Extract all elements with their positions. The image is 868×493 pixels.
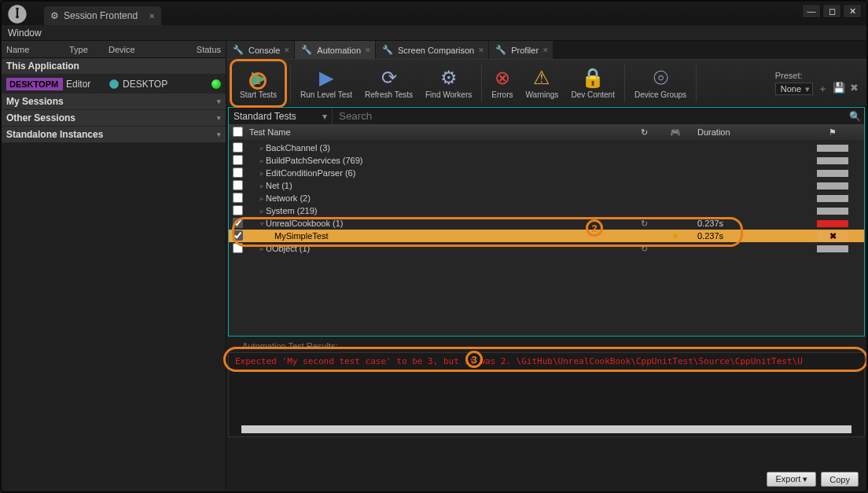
- close-icon[interactable]: ✕: [542, 46, 549, 54]
- row-checkbox[interactable]: [233, 180, 243, 190]
- export-button[interactable]: Export ▾: [767, 472, 816, 487]
- play-icon: ▶: [319, 67, 333, 89]
- search-input[interactable]: [333, 108, 845, 124]
- results-title: Automation Test Results:: [228, 341, 865, 351]
- col-status[interactable]: Status: [175, 45, 226, 54]
- section-standalone[interactable]: Standalone Instances ▾: [2, 127, 226, 143]
- refresh-tests-button[interactable]: ⟳ Refresh Tests: [359, 61, 419, 105]
- section-my-sessions[interactable]: My Sessions ▾: [2, 94, 226, 110]
- expand-icon[interactable]: ▹: [260, 195, 263, 202]
- tab-console[interactable]: 🔧 Console ✕: [226, 41, 295, 59]
- row-status: ✖: [801, 231, 864, 241]
- find-workers-button[interactable]: ⚙ Find Workers: [419, 61, 478, 105]
- col-duration[interactable]: Duration: [691, 127, 801, 137]
- row-label: System (219): [266, 206, 317, 215]
- results-panel[interactable]: Expected 'My second test case' to be 3, …: [228, 352, 865, 437]
- wrench-icon: 🔧: [233, 45, 244, 55]
- test-row[interactable]: ▹Network (2): [229, 192, 864, 204]
- close-icon[interactable]: ✕: [365, 46, 371, 54]
- test-row[interactable]: ▹Net (1): [229, 179, 864, 192]
- minimize-button[interactable]: —: [802, 4, 821, 18]
- expand-icon[interactable]: ▹: [260, 245, 263, 252]
- row-checkbox[interactable]: [233, 230, 243, 241]
- section-this-application[interactable]: This Application: [2, 58, 226, 75]
- unreal-logo-icon: [6, 3, 28, 25]
- errors-button[interactable]: ⊗ Errors: [485, 61, 519, 105]
- maximize-button[interactable]: ◻: [822, 4, 841, 18]
- row-checkbox[interactable]: [233, 243, 243, 253]
- row-label: Net (1): [266, 181, 292, 190]
- test-row[interactable]: ▹BuildPatchServices (769): [229, 154, 864, 167]
- row-checkbox[interactable]: [233, 155, 243, 165]
- save-preset-icon[interactable]: 💾: [833, 82, 845, 96]
- star-icon: ★: [660, 231, 691, 241]
- preset-label: Preset:: [775, 71, 859, 80]
- sessions-header: Name Type Device Status: [2, 41, 226, 58]
- close-icon[interactable]: ✕: [284, 46, 290, 54]
- test-row[interactable]: ▹EditConditionParser (6): [229, 167, 864, 179]
- warning-icon: ⚠: [533, 67, 550, 89]
- section-other-sessions[interactable]: Other Sessions ▾: [2, 110, 226, 127]
- wrench-icon: 🔧: [382, 45, 393, 55]
- tab-profiler[interactable]: 🔧 Profiler ✕: [489, 41, 554, 59]
- test-tree: Test Name ↻ 🎮 Duration ⚑ ▹BackChannel (3…: [228, 124, 865, 337]
- col-type[interactable]: Type: [64, 45, 104, 54]
- expand-icon[interactable]: ▹: [260, 170, 263, 177]
- test-type-dropdown[interactable]: Standard Tests ▾: [229, 108, 333, 124]
- test-row[interactable]: ▹BackChannel (3): [229, 142, 864, 154]
- editor-tabs: 🔧 Console ✕ 🔧 Automation ✕ 🔧 Screen Comp…: [226, 41, 866, 60]
- session-frontend-tab[interactable]: ⚙ Session Frontend ✕: [44, 6, 161, 25]
- row-checkbox[interactable]: [233, 167, 243, 178]
- horizontal-scrollbar[interactable]: [241, 425, 851, 433]
- chevron-down-icon: ▾: [217, 97, 221, 105]
- col-device[interactable]: Device: [104, 45, 175, 54]
- expand-icon[interactable]: ▹: [260, 145, 263, 152]
- col-controller-icon: 🎮: [660, 127, 691, 138]
- test-row[interactable]: ▿UnrealCookbook (1)↻0.237s: [229, 217, 864, 230]
- col-test-name[interactable]: Test Name: [246, 127, 628, 137]
- device-groups-button[interactable]: ⦾ Device Groups: [628, 61, 693, 105]
- test-row[interactable]: MySimpleTest★0.237s✖: [229, 230, 864, 242]
- preset-dropdown[interactable]: None: [775, 83, 813, 95]
- menu-window[interactable]: Window: [8, 28, 42, 39]
- title-tab-label: Session Frontend: [64, 10, 138, 21]
- session-name: DESKTOPM: [6, 78, 63, 90]
- row-status: [801, 245, 864, 252]
- close-icon[interactable]: ✕: [478, 46, 484, 54]
- test-row[interactable]: ▹UObject (1)↻: [229, 242, 864, 255]
- run-level-test-button[interactable]: ▶ Run Level Test: [294, 61, 359, 105]
- toolbar: ▶ Start Tests 1 ▶ Run Level Test ⟳ Refre…: [226, 60, 866, 107]
- tab-automation[interactable]: 🔧 Automation ✕: [295, 41, 376, 59]
- expand-icon[interactable]: ▹: [260, 157, 263, 164]
- expand-icon[interactable]: ▿: [260, 220, 263, 227]
- wrench-icon: 🔧: [301, 45, 312, 55]
- status-dot-icon: [211, 79, 221, 89]
- row-checkbox[interactable]: [233, 205, 243, 215]
- row-label: BackChannel (3): [266, 143, 330, 153]
- expand-icon[interactable]: ▹: [260, 208, 263, 215]
- row-checkbox[interactable]: [233, 193, 243, 203]
- add-preset-icon[interactable]: ＋: [818, 82, 828, 96]
- session-row[interactable]: DESKTOPM Editor DESKTOP: [2, 75, 226, 94]
- select-all-checkbox[interactable]: [233, 127, 243, 137]
- col-name[interactable]: Name: [2, 45, 64, 54]
- row-checkbox[interactable]: [233, 218, 243, 228]
- close-button[interactable]: ✕: [843, 4, 862, 18]
- row-status: [801, 157, 864, 164]
- row-checkbox[interactable]: [233, 142, 243, 153]
- right-panel: 🔧 Console ✕ 🔧 Automation ✕ 🔧 Screen Comp…: [226, 41, 866, 491]
- dev-content-button[interactable]: 🔒 Dev Content: [565, 61, 621, 105]
- callout-2: 2: [586, 219, 603, 237]
- tab-screen-comparison[interactable]: 🔧 Screen Comparison ✕: [376, 41, 489, 59]
- wrench-icon: 🔧: [495, 45, 506, 55]
- search-icon[interactable]: 🔍: [845, 108, 864, 124]
- close-icon[interactable]: ✕: [149, 12, 155, 20]
- gear-icon: ⚙: [440, 67, 458, 89]
- delete-preset-icon[interactable]: ✖: [850, 82, 859, 96]
- callout-3: 3: [465, 351, 483, 368]
- warnings-button[interactable]: ⚠ Warnings: [520, 61, 565, 105]
- copy-button[interactable]: Copy: [821, 472, 859, 487]
- test-row[interactable]: ▹System (219): [229, 204, 864, 217]
- row-label: EditConditionParser (6): [266, 168, 355, 178]
- expand-icon[interactable]: ▹: [260, 182, 263, 189]
